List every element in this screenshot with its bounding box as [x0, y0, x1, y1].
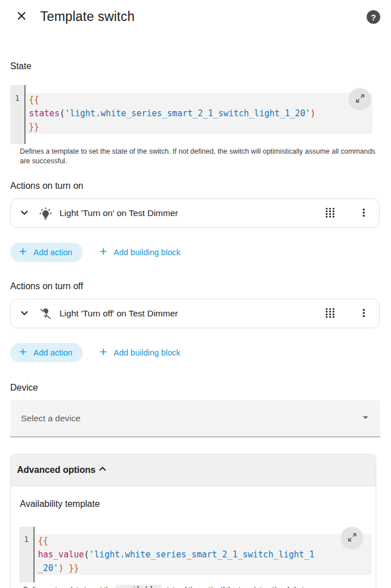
plus-icon: [98, 346, 109, 359]
state-template-editor[interactable]: 1 {{states('light.white_series_smart_2_1…: [10, 85, 372, 144]
add-action-label: Add action: [33, 248, 73, 257]
drag-handle[interactable]: [324, 306, 336, 322]
plus-icon: [98, 246, 109, 259]
action-menu-button[interactable]: [358, 206, 370, 221]
actions-on-heading: Actions on turn on: [10, 180, 381, 192]
editor-gutter: 1: [19, 527, 35, 582]
expand-editor-button[interactable]: [341, 527, 363, 549]
kebab-menu-icon: [358, 307, 370, 321]
drag-handle-icon: [324, 306, 336, 322]
state-helper-text: Defines a template to set the state of t…: [20, 147, 380, 166]
chevron-up-icon: [96, 462, 109, 478]
helper-text-before: Defines a template to get the: [23, 586, 116, 588]
editor-gutter: 1: [10, 85, 26, 144]
device-select-placeholder: Select a device: [21, 413, 359, 424]
device-label: Device: [10, 382, 381, 394]
code-chip: available: [116, 585, 161, 588]
template-switch-dialog: Template switch ? State 1 {{states('ligh…: [0, 0, 391, 588]
availability-helper-text: Defines a template to get the available …: [23, 585, 371, 588]
action-row-turn-on[interactable]: Light 'Turn on' on Test Dimmer: [10, 198, 380, 228]
line-number: 1: [24, 535, 28, 544]
state-label: State: [10, 61, 381, 72]
kebab-menu-icon: [358, 206, 370, 221]
lightbulb-off-icon: [39, 307, 52, 320]
action-title: Light 'Turn off' on Test Dimmer: [60, 308, 324, 319]
chevron-down-icon: [18, 206, 31, 221]
add-action-label: Add action: [33, 348, 73, 357]
actions-off-heading: Actions on turn off: [10, 281, 381, 292]
add-building-block-button[interactable]: Add building block: [94, 343, 185, 362]
close-button[interactable]: [15, 9, 28, 24]
dropdown-caret-icon: [359, 411, 372, 426]
drag-handle[interactable]: [324, 206, 336, 221]
expand-action-button[interactable]: [18, 306, 31, 322]
add-row-turn-on: Add action Add building block: [10, 243, 381, 262]
code-lines[interactable]: {{has_value('light.white_series_smart_2_…: [35, 534, 372, 575]
expand-icon: [347, 532, 358, 544]
add-building-block-button[interactable]: Add building block: [94, 243, 185, 262]
action-row-turn-off[interactable]: Light 'Turn off' on Test Dimmer: [10, 299, 380, 328]
device-select[interactable]: Select a device: [10, 400, 380, 437]
dialog-header: Template switch ?: [0, 0, 391, 24]
add-building-block-label: Add building block: [114, 348, 181, 357]
add-row-turn-off: Add action Add building block: [10, 343, 381, 362]
availability-template-label: Availability template: [20, 498, 371, 510]
chevron-down-icon: [18, 306, 31, 322]
add-action-button[interactable]: Add action: [10, 343, 83, 362]
expand-editor-button[interactable]: [348, 88, 371, 111]
action-menu-button[interactable]: [358, 307, 370, 321]
advanced-options-title: Advanced options: [17, 465, 96, 475]
expand-icon: [355, 93, 366, 105]
line-number: 1: [15, 94, 19, 103]
expand-action-button[interactable]: [18, 206, 31, 221]
action-title: Light 'Turn on' on Test Dimmer: [60, 208, 324, 218]
plus-icon: [18, 346, 28, 359]
lightbulb-on-icon: [39, 207, 52, 220]
editor-content[interactable]: {{states('light.white_series_smart_2_1_s…: [26, 85, 372, 144]
page-title: Template switch: [40, 9, 135, 24]
editor-content[interactable]: {{has_value('light.white_series_smart_2_…: [35, 527, 372, 582]
help-icon: ?: [371, 12, 376, 22]
add-action-button[interactable]: Add action: [10, 243, 83, 262]
close-icon: [15, 9, 28, 24]
help-button[interactable]: ?: [367, 10, 380, 24]
drag-handle-icon: [324, 206, 336, 221]
plus-icon: [18, 246, 28, 259]
advanced-options-header[interactable]: Advanced options: [11, 454, 376, 486]
helper-text-after: state of the entity. If the template eit…: [162, 586, 308, 588]
code-lines[interactable]: {{states('light.white_series_smart_2_1_s…: [26, 93, 372, 134]
advanced-options-panel: Advanced options Availability template 1…: [10, 454, 376, 588]
advanced-options-body: Availability template 1 {{has_value('lig…: [11, 486, 376, 588]
availability-template-editor[interactable]: 1 {{has_value('light.white_series_smart_…: [19, 527, 372, 582]
add-building-block-label: Add building block: [114, 248, 181, 257]
